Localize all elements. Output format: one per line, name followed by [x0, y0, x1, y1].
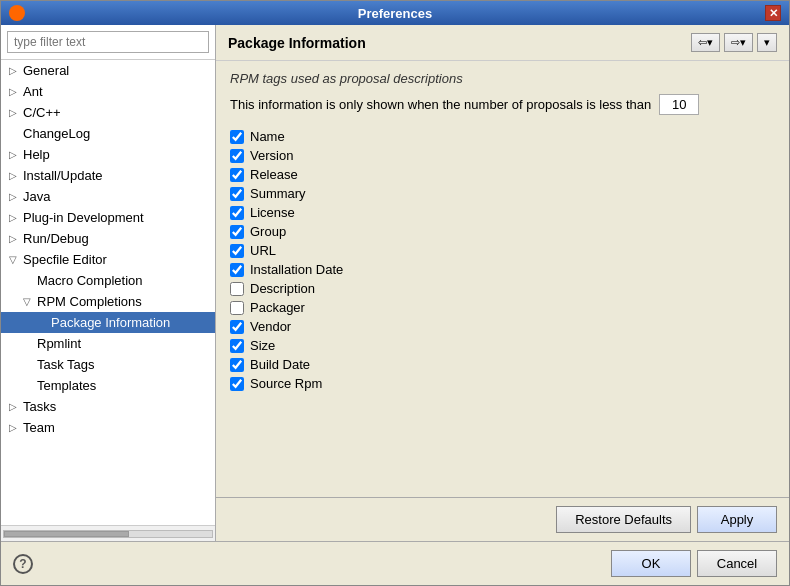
horizontal-scrollbar[interactable]	[1, 525, 215, 541]
rundebug-arrow-icon: ▷	[9, 233, 23, 244]
checkbox-label-group: Group	[250, 224, 286, 239]
help-arrow-icon: ▷	[9, 149, 23, 160]
checkbox-packager[interactable]	[230, 301, 244, 315]
hscroll-thumb[interactable]	[4, 531, 129, 537]
cancel-button[interactable]: Cancel	[697, 550, 777, 577]
sidebar-item-templates[interactable]: Templates	[1, 375, 215, 396]
sidebar-item-pkginfo[interactable]: Package Information	[1, 312, 215, 333]
sidebar-item-ant[interactable]: ▷Ant	[1, 81, 215, 102]
sidebar-item-tasks[interactable]: ▷Tasks	[1, 396, 215, 417]
checkbox-version[interactable]	[230, 149, 244, 163]
checkbox-installation_date[interactable]	[230, 263, 244, 277]
up-button[interactable]: ⇦▾	[691, 33, 720, 52]
checkbox-label-summary: Summary	[250, 186, 306, 201]
footer-buttons: OK Cancel	[611, 550, 777, 577]
close-button[interactable]: ✕	[765, 5, 781, 21]
checkbox-item-license: License	[230, 203, 775, 222]
java-label: Java	[23, 189, 215, 204]
install-label: Install/Update	[23, 168, 215, 183]
checkbox-item-name: Name	[230, 127, 775, 146]
checkbox-label-vendor: Vendor	[250, 319, 291, 334]
sidebar-item-team[interactable]: ▷Team	[1, 417, 215, 438]
sidebar-item-general[interactable]: ▷General	[1, 60, 215, 81]
sidebar-item-tasktags[interactable]: Task Tags	[1, 354, 215, 375]
checkbox-summary[interactable]	[230, 187, 244, 201]
checkbox-source_rpm[interactable]	[230, 377, 244, 391]
checkbox-item-version: Version	[230, 146, 775, 165]
sidebar-item-cpp[interactable]: ▷C/C++	[1, 102, 215, 123]
checkbox-label-license: License	[250, 205, 295, 220]
team-label: Team	[23, 420, 215, 435]
checkbox-build_date[interactable]	[230, 358, 244, 372]
checkbox-release[interactable]	[230, 168, 244, 182]
cpp-arrow-icon: ▷	[9, 107, 23, 118]
java-arrow-icon: ▷	[9, 191, 23, 202]
description-text: RPM tags used as proposal descriptions	[230, 71, 775, 86]
tasks-arrow-icon: ▷	[9, 401, 23, 412]
checkbox-item-build_date: Build Date	[230, 355, 775, 374]
sidebar-item-rpmcomp[interactable]: ▽RPM Completions	[1, 291, 215, 312]
sidebar-item-rpmlint[interactable]: Rpmlint	[1, 333, 215, 354]
ok-button[interactable]: OK	[611, 550, 691, 577]
search-input[interactable]	[7, 31, 209, 53]
content-area: ▷General▷Ant▷C/C++ChangeLog▷Help▷Install…	[1, 25, 789, 541]
panel-toolbar: ⇦▾ ⇨▾ ▾	[691, 33, 777, 52]
checkbox-label-release: Release	[250, 167, 298, 182]
sidebar-item-install[interactable]: ▷Install/Update	[1, 165, 215, 186]
checkbox-label-installation_date: Installation Date	[250, 262, 343, 277]
checkbox-label-version: Version	[250, 148, 293, 163]
checkbox-url[interactable]	[230, 244, 244, 258]
checkbox-group[interactable]	[230, 225, 244, 239]
checkbox-item-size: Size	[230, 336, 775, 355]
down-button[interactable]: ⇨▾	[724, 33, 753, 52]
sidebar-item-help[interactable]: ▷Help	[1, 144, 215, 165]
changelog-label: ChangeLog	[23, 126, 215, 141]
bottom-area: Restore Defaults Apply	[216, 497, 789, 541]
preferences-window: Preferences ✕ ▷General▷Ant▷C/C++ChangeLo…	[0, 0, 790, 586]
checkbox-name[interactable]	[230, 130, 244, 144]
limit-label: This information is only shown when the …	[230, 97, 651, 112]
checkbox-item-installation_date: Installation Date	[230, 260, 775, 279]
window-icon	[9, 5, 25, 21]
search-box	[1, 25, 215, 60]
checkbox-label-url: URL	[250, 243, 276, 258]
checkbox-size[interactable]	[230, 339, 244, 353]
checkbox-label-description: Description	[250, 281, 315, 296]
panel-header: Package Information ⇦▾ ⇨▾ ▾	[216, 25, 789, 61]
panel-title: Package Information	[228, 35, 366, 51]
tasks-label: Tasks	[23, 399, 215, 414]
sidebar-item-macro[interactable]: Macro Completion	[1, 270, 215, 291]
general-arrow-icon: ▷	[9, 65, 23, 76]
checkbox-label-size: Size	[250, 338, 275, 353]
checkbox-license[interactable]	[230, 206, 244, 220]
sidebar: ▷General▷Ant▷C/C++ChangeLog▷Help▷Install…	[1, 25, 216, 541]
sidebar-item-changelog[interactable]: ChangeLog	[1, 123, 215, 144]
sidebar-item-rundebug[interactable]: ▷Run/Debug	[1, 228, 215, 249]
sidebar-item-java[interactable]: ▷Java	[1, 186, 215, 207]
checkbox-label-packager: Packager	[250, 300, 305, 315]
ant-label: Ant	[23, 84, 215, 99]
team-arrow-icon: ▷	[9, 422, 23, 433]
plugin-arrow-icon: ▷	[9, 212, 23, 223]
pkginfo-label: Package Information	[51, 315, 215, 330]
checkbox-label-source_rpm: Source Rpm	[250, 376, 322, 391]
panel-body: RPM tags used as proposal descriptions T…	[216, 61, 789, 497]
checkbox-item-url: URL	[230, 241, 775, 260]
checkbox-description[interactable]	[230, 282, 244, 296]
limit-input[interactable]	[659, 94, 699, 115]
apply-button[interactable]: Apply	[697, 506, 777, 533]
checkbox-vendor[interactable]	[230, 320, 244, 334]
window-title: Preferences	[25, 6, 765, 21]
checkbox-item-summary: Summary	[230, 184, 775, 203]
checkbox-item-source_rpm: Source Rpm	[230, 374, 775, 393]
ant-arrow-icon: ▷	[9, 86, 23, 97]
action-buttons: Restore Defaults Apply	[556, 506, 777, 533]
rpmlint-label: Rpmlint	[37, 336, 215, 351]
checkbox-item-packager: Packager	[230, 298, 775, 317]
sidebar-item-plugin[interactable]: ▷Plug-in Development	[1, 207, 215, 228]
sidebar-item-specfile[interactable]: ▽Specfile Editor	[1, 249, 215, 270]
general-label: General	[23, 63, 215, 78]
help-button[interactable]: ?	[13, 554, 33, 574]
menu-button[interactable]: ▾	[757, 33, 777, 52]
restore-defaults-button[interactable]: Restore Defaults	[556, 506, 691, 533]
